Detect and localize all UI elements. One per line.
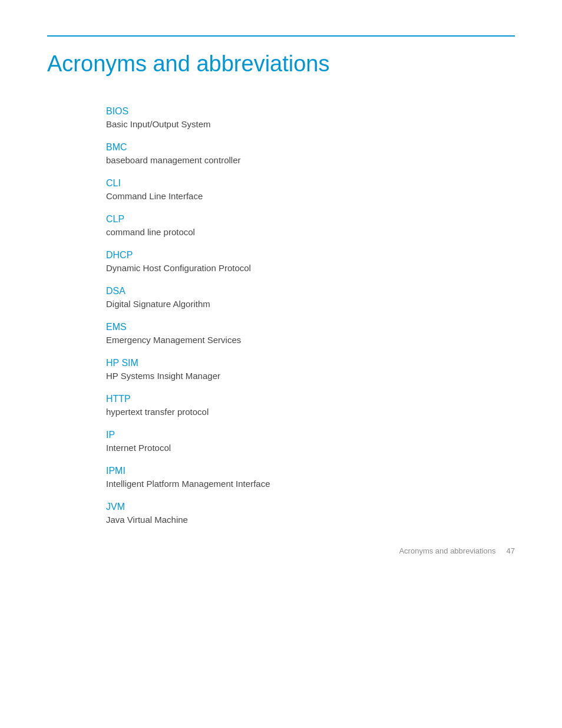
- acronym-definition: Digital Signature Algorithm: [106, 299, 515, 309]
- acronym-term: CLI: [106, 178, 515, 189]
- footer-text: Acronyms and abbreviations: [399, 546, 495, 555]
- page-container: Acronyms and abbreviations BIOSBasic Inp…: [0, 0, 562, 585]
- list-item: DHCPDynamic Host Configuration Protocol: [106, 250, 515, 273]
- list-item: EMSEmergency Management Services: [106, 322, 515, 345]
- acronym-term: EMS: [106, 322, 515, 332]
- acronym-term: BIOS: [106, 106, 515, 117]
- acronym-definition: Command Line Interface: [106, 191, 515, 201]
- acronym-term: HTTP: [106, 394, 515, 404]
- acronym-definition: command line protocol: [106, 227, 515, 237]
- list-item: HTTPhypertext transfer protocol: [106, 394, 515, 417]
- list-item: HP SIMHP Systems Insight Manager: [106, 358, 515, 381]
- acronym-definition: Emergency Management Services: [106, 335, 515, 345]
- list-item: IPInternet Protocol: [106, 430, 515, 453]
- acronym-term: HP SIM: [106, 358, 515, 368]
- acronym-term: JVM: [106, 502, 515, 512]
- acronym-term: DSA: [106, 286, 515, 297]
- footer-page-number: 47: [507, 546, 515, 555]
- acronym-term: IPMI: [106, 466, 515, 476]
- acronym-definition: Internet Protocol: [106, 443, 515, 453]
- acronym-definition: Dynamic Host Configuration Protocol: [106, 263, 515, 273]
- list-item: CLICommand Line Interface: [106, 178, 515, 201]
- acronym-term: IP: [106, 430, 515, 440]
- list-item: DSADigital Signature Algorithm: [106, 286, 515, 309]
- page-title: Acronyms and abbreviations: [47, 51, 515, 78]
- acronym-term: CLP: [106, 214, 515, 225]
- list-item: IPMIIntelligent Platform Management Inte…: [106, 466, 515, 489]
- acronym-definition: baseboard management controller: [106, 155, 515, 165]
- list-item: JVMJava Virtual Machine: [106, 502, 515, 525]
- acronym-definition: Intelligent Platform Management Interfac…: [106, 479, 515, 489]
- acronym-definition: Basic Input/Output System: [106, 119, 515, 129]
- acronym-term: DHCP: [106, 250, 515, 261]
- list-item: CLPcommand line protocol: [106, 214, 515, 237]
- acronym-term: BMC: [106, 142, 515, 153]
- list-item: BIOSBasic Input/Output System: [106, 106, 515, 129]
- acronym-definition: hypertext transfer protocol: [106, 407, 515, 417]
- acronym-definition: Java Virtual Machine: [106, 515, 515, 525]
- footer: Acronyms and abbreviations 47: [399, 546, 515, 555]
- top-rule: [47, 35, 515, 37]
- acronym-definition: HP Systems Insight Manager: [106, 371, 515, 381]
- acronym-list: BIOSBasic Input/Output SystemBMCbaseboar…: [106, 106, 515, 525]
- list-item: BMCbaseboard management controller: [106, 142, 515, 165]
